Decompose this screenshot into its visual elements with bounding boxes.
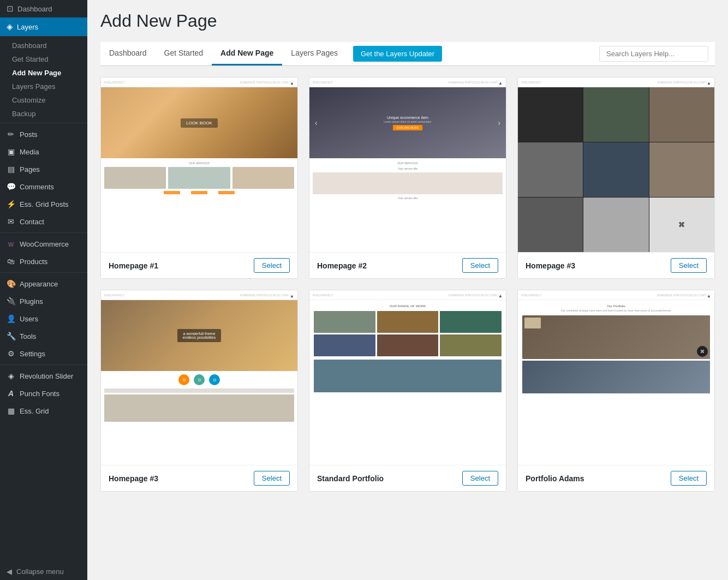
sidebar-item-users[interactable]: 👤 Users [0,310,87,327]
scroll-up-2[interactable]: ▲ [497,80,504,86]
tools-label: Tools [20,332,36,340]
scroll-up-3[interactable]: ▲ [706,80,712,86]
layers-icon: ◈ [7,22,13,32]
pages-label: Pages [20,165,40,174]
dashboard-top-label: Dashboard [17,5,52,13]
template-grid: PIXELPERFECT HOMEPAGE PORTFOLIO BLOG CON… [100,77,715,492]
appearance-label: Appearance [20,280,58,288]
settings-label: Settings [20,350,45,358]
template-name-4: Homepage #3 [109,474,158,483]
scroll-up-4[interactable]: ▲ [289,292,295,299]
submenu-layers-pages[interactable]: Layers Pages [0,80,87,93]
contact-label: Contact [20,218,44,226]
submenu-dashboard[interactable]: Dashboard [0,39,87,52]
plugins-icon: 🔌 [7,297,15,306]
revolution-slider-icon: ◈ [7,372,15,380]
template-footer-5: Standard Portfolio Select [309,465,506,491]
select-button-5[interactable]: Select [462,471,498,486]
comments-icon: 💬 [7,182,15,191]
users-icon: 👤 [7,314,15,323]
scroll-up-1[interactable]: ▲ [289,80,295,86]
template-name-2: Homepage #2 [317,261,367,270]
sidebar-item-comments[interactable]: 💬 Comments [0,178,87,195]
template-footer-2: Homepage #2 Select [309,252,506,278]
woo-section: w WooCommerce 🛍 Products [0,232,87,272]
scroll-up-6[interactable]: ▲ [706,292,712,299]
submenu-get-started[interactable]: Get Started [0,52,87,66]
main-menu: ✏ Posts ▣ Media ▤ Pages 💬 Comments ⚡ Ess… [0,123,87,232]
layers-submenu: Dashboard Get Started Add New Page Layer… [0,36,87,123]
punch-fonts-icon: A [7,389,15,398]
woocommerce-icon: w [7,240,15,248]
sidebar-item-punch-fonts[interactable]: A Punch Fonts [0,385,87,402]
select-button-3[interactable]: Select [671,258,707,273]
collapse-menu-button[interactable]: ◀ Collapse menu [0,563,87,580]
template-name-6: Portfolio Adams [526,474,584,483]
template-card-homepage-1: PIXELPERFECT HOMEPAGE PORTFOLIO BLOG CON… [100,77,298,279]
sidebar-item-settings[interactable]: ⚙ Settings [0,345,87,362]
tab-layers-pages[interactable]: Layers Pages [282,42,347,65]
template-preview-6: PIXELPERFECT HOMEPAGE PORTFOLIO BLOG CON… [518,290,714,465]
layers-brand-item[interactable]: ◈ Layers [0,17,87,36]
template-preview-2: PIXELPERFECT HOMEPAGE PORTFOLIO BLOG CON… [309,77,506,252]
scroll-up-5[interactable]: ▲ [497,292,504,299]
select-button-6[interactable]: Select [671,471,707,486]
punch-fonts-label: Punch Fonts [20,390,59,398]
plugins-section: ◈ Revolution Slider A Punch Fonts ▦ Ess.… [0,364,87,422]
template-preview-5: PIXELPERFECT HOMEPAGE PORTFOLIO BLOG CON… [309,290,506,465]
contact-icon: ✉ [7,217,15,226]
select-button-1[interactable]: Select [254,258,290,273]
sidebar-item-contact[interactable]: ✉ Contact [0,213,87,230]
media-label: Media [20,148,39,156]
sidebar-item-tools[interactable]: 🔧 Tools [0,327,87,345]
template-preview-4: PIXELPERFECT HOMEPAGE PORTFOLIO BLOG CON… [101,290,297,465]
ess-grid-icon: ▦ [7,406,15,415]
template-footer-6: Portfolio Adams Select [518,465,714,491]
media-icon: ▣ [7,147,15,156]
posts-icon: ✏ [7,130,15,139]
submenu-backup[interactable]: Backup [0,107,87,121]
tab-dashboard[interactable]: Dashboard [100,42,156,65]
posts-label: Posts [20,130,38,139]
sidebar-item-media[interactable]: ▣ Media [0,143,87,160]
template-card-homepage-2: PIXELPERFECT HOMEPAGE PORTFOLIO BLOG CON… [309,77,506,279]
sidebar-item-posts[interactable]: ✏ Posts [0,125,87,143]
tab-add-new-page[interactable]: Add New Page [212,42,282,65]
sidebar-item-appearance[interactable]: 🎨 Appearance [0,275,87,292]
template-card-standard-portfolio: PIXELPERFECT HOMEPAGE PORTFOLIO BLOG CON… [309,290,506,492]
sidebar-item-woocommerce[interactable]: w WooCommerce [0,235,87,253]
sidebar-item-plugins[interactable]: 🔌 Plugins [0,292,87,310]
products-label: Products [20,258,47,266]
template-preview-1: PIXELPERFECT HOMEPAGE PORTFOLIO BLOG CON… [101,77,297,252]
template-preview-3: PIXELPERFECT HOMEPAGE PORTFOLIO BLOG CON… [518,77,714,252]
settings-icon: ⚙ [7,349,15,358]
template-name-1: Homepage #1 [109,261,158,270]
comments-label: Comments [20,183,54,191]
sidebar-item-revolution-slider[interactable]: ◈ Revolution Slider [0,367,87,385]
sidebar-item-products[interactable]: 🛍 Products [0,253,87,270]
sidebar: ⊡ Dashboard ◈ Layers Dashboard Get Start… [0,0,87,580]
collapse-label: Collapse menu [16,567,64,576]
layers-brand-label: Layers [17,23,38,31]
woocommerce-label: WooCommerce [20,240,69,248]
select-button-2[interactable]: Select [462,258,498,273]
sidebar-item-ess-grid-posts[interactable]: ⚡ Ess. Grid Posts [0,195,87,213]
tab-get-started[interactable]: Get Started [156,42,212,65]
admin-section: 🎨 Appearance 🔌 Plugins 👤 Users 🔧 Tools ⚙… [0,272,87,364]
ess-grid-label: Ess. Grid [20,407,49,415]
template-footer-1: Homepage #1 Select [101,252,297,278]
dashboard-top-icon: ⊡ [7,4,14,14]
sidebar-item-pages[interactable]: ▤ Pages [0,160,87,178]
get-layers-updater-button[interactable]: Get the Layers Updater [353,46,442,62]
ess-grid-posts-label: Ess. Grid Posts [20,200,69,208]
ess-grid-posts-icon: ⚡ [7,200,15,208]
submenu-add-new-page[interactable]: Add New Page [0,66,87,80]
select-button-4[interactable]: Select [254,471,290,486]
submenu-customize[interactable]: Customize [0,93,87,107]
sidebar-item-ess-grid[interactable]: ▦ Ess. Grid [0,402,87,420]
dashboard-top-item[interactable]: ⊡ Dashboard [0,0,87,17]
pages-icon: ▤ [7,165,15,174]
search-input[interactable] [599,46,708,62]
template-footer-4: Homepage #3 Select [101,465,297,491]
products-icon: 🛍 [7,257,15,266]
